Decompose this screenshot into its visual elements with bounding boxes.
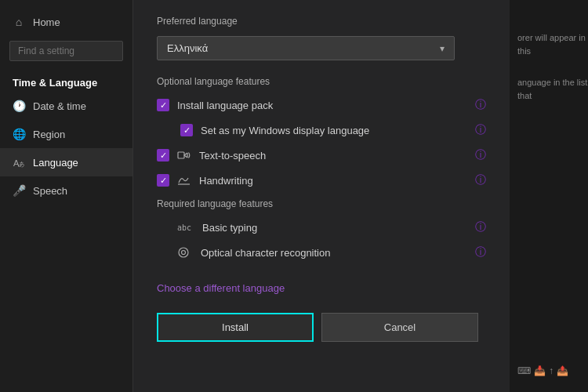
checkmark-icon: ✓ xyxy=(160,176,167,186)
svg-point-8 xyxy=(182,251,186,255)
right-panel: orer will appear in this anguage in the … xyxy=(510,0,588,392)
handwriting-checkbox[interactable]: ✓ xyxy=(157,174,169,187)
typing-icon: abc xyxy=(177,223,191,232)
handwriting-label: Handwriting xyxy=(199,175,467,187)
ocr-icon xyxy=(177,246,190,259)
checkmark-icon: ✓ xyxy=(183,125,191,136)
taskbar-icon2: 📥 xyxy=(534,365,546,376)
right-panel-icons: ⌨ 📥 ↑ 📤 xyxy=(517,365,588,376)
dropdown-value: Ελληνικά xyxy=(167,42,208,54)
taskbar-icon3: ↑ xyxy=(549,365,554,376)
list-item: ✓ Handwriting ⓘ xyxy=(157,173,486,187)
sidebar-item-home[interactable]: ⌂ Home xyxy=(0,8,132,36)
checkmark-icon: ✓ xyxy=(160,100,167,111)
svg-text:あ: あ xyxy=(18,161,24,168)
info-icon[interactable]: ⓘ xyxy=(475,220,486,234)
optional-features-title: Optional language features xyxy=(157,76,486,87)
ocr-label: Optical character recognition xyxy=(201,247,467,259)
cancel-button[interactable]: Cancel xyxy=(321,313,478,342)
basic-typing-label: Basic typing xyxy=(202,222,467,234)
list-item: ✓ Text-to-speech ⓘ xyxy=(157,148,486,162)
handwriting-icon xyxy=(177,175,191,186)
right-panel-text1: orer will appear in this xyxy=(517,31,588,57)
home-icon: ⌂ xyxy=(13,16,25,28)
windows-display-label: Set as my Windows display language xyxy=(201,125,467,136)
install-button[interactable]: Install xyxy=(157,313,314,342)
list-item: abc Basic typing ⓘ xyxy=(157,220,486,234)
microphone-icon: 🎤 xyxy=(13,184,25,197)
svg-line-4 xyxy=(184,155,187,158)
list-item: ✓ Set as my Windows display language ⓘ xyxy=(180,123,486,137)
tts-label: Text-to-speech xyxy=(199,150,467,162)
info-icon[interactable]: ⓘ xyxy=(475,173,486,187)
tts-icon xyxy=(177,150,191,161)
sidebar-item-label: Speech xyxy=(33,185,67,197)
main-content: Preferred language Ελληνικά ▾ Optional l… xyxy=(133,0,510,392)
svg-line-3 xyxy=(184,153,187,155)
tts-checkbox[interactable]: ✓ xyxy=(157,149,169,162)
sidebar-item-label: Region xyxy=(33,129,65,140)
list-item: Optical character recognition ⓘ xyxy=(157,245,486,260)
preferred-language-dropdown[interactable]: Ελληνικά ▾ xyxy=(157,36,455,60)
language-icon: A あ xyxy=(13,156,25,169)
svg-rect-2 xyxy=(178,152,184,158)
buttons-row: Install Cancel xyxy=(157,313,486,342)
checkmark-icon: ✓ xyxy=(160,151,167,161)
info-icon[interactable]: ⓘ xyxy=(475,245,486,260)
clock-icon: 🕐 xyxy=(13,100,25,112)
sidebar-item-label: Date & time xyxy=(33,100,86,112)
sidebar-item-region[interactable]: 🌐 Region xyxy=(0,120,132,148)
windows-display-checkbox[interactable]: ✓ xyxy=(180,124,193,136)
sidebar: ⌂ Home Time & Language 🕐 Date & time 🌐 R… xyxy=(0,0,133,392)
search-input[interactable] xyxy=(9,41,123,61)
right-panel-text2: anguage in the list that xyxy=(517,76,588,102)
sidebar-item-language[interactable]: A あ Language xyxy=(0,148,132,176)
required-features-title: Required language features xyxy=(157,198,486,209)
globe-icon: 🌐 xyxy=(13,128,25,140)
sidebar-item-label: Home xyxy=(33,16,60,28)
svg-point-7 xyxy=(179,248,188,257)
preferred-language-label: Preferred language xyxy=(157,16,486,27)
info-icon[interactable]: ⓘ xyxy=(475,123,486,137)
sidebar-section-label: Time & Language xyxy=(0,69,132,92)
choose-language-link[interactable]: Choose a different language xyxy=(157,282,285,294)
install-pack-label: Install language pack xyxy=(177,100,467,111)
info-icon[interactable]: ⓘ xyxy=(475,98,486,112)
install-pack-checkbox[interactable]: ✓ xyxy=(157,99,169,111)
list-item: ✓ Install language pack ⓘ xyxy=(157,98,486,112)
taskbar-icon: ⌨ xyxy=(517,365,531,376)
sidebar-item-speech[interactable]: 🎤 Speech xyxy=(0,176,132,205)
info-icon[interactable]: ⓘ xyxy=(475,148,486,162)
taskbar-icon4: 📤 xyxy=(557,365,568,376)
sidebar-item-label: Language xyxy=(33,157,78,169)
chevron-down-icon: ▾ xyxy=(440,43,445,54)
sidebar-item-date-time[interactable]: 🕐 Date & time xyxy=(0,92,132,120)
